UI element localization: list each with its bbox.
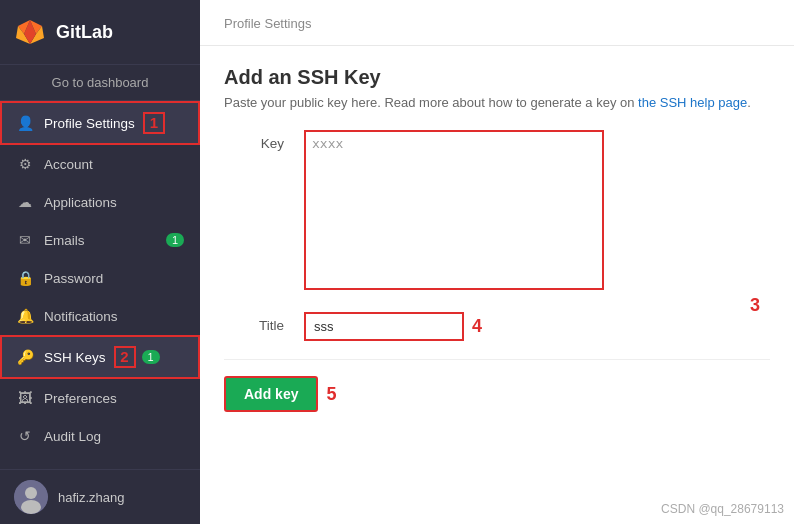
help-text-pre: Paste your public key here. Read more ab…	[224, 95, 638, 110]
title-input[interactable]	[304, 312, 464, 341]
sidebar-item-password[interactable]: 🔒 Password	[0, 259, 200, 297]
key-form-group: Key xxxx 3	[224, 130, 770, 294]
footer-username: hafiz.zhang	[58, 490, 125, 505]
sidebar-item-preferences[interactable]: 🖼 Preferences	[0, 379, 200, 417]
sidebar-item-label: Account	[44, 157, 93, 172]
svg-point-8	[21, 500, 41, 514]
sidebar-item-applications[interactable]: ☁ Applications	[0, 183, 200, 221]
key-label: Key	[224, 130, 284, 151]
sidebar-footer[interactable]: hafiz.zhang	[0, 469, 200, 524]
preferences-icon: 🖼	[16, 390, 34, 406]
main-header: Profile Settings	[200, 0, 794, 46]
title-annotation: 4	[472, 316, 482, 337]
sidebar-item-label: Audit Log	[44, 429, 101, 444]
sidebar-item-ssh-keys[interactable]: 🔑 SSH Keys 2 1	[0, 335, 200, 379]
emails-badge: 1	[166, 233, 184, 247]
main-content: Profile Settings Add an SSH Key Paste yo…	[200, 0, 794, 524]
applications-icon: ☁	[16, 194, 34, 210]
ssh-icon: 🔑	[16, 349, 34, 365]
main-body: Add an SSH Key Paste your public key her…	[200, 46, 794, 432]
section-title: Add an SSH Key	[224, 66, 770, 89]
help-text-post: .	[747, 95, 751, 110]
audit-icon: ↺	[16, 428, 34, 444]
notifications-icon: 🔔	[16, 308, 34, 324]
svg-point-7	[25, 487, 37, 499]
title-label: Title	[224, 312, 284, 333]
key-annotation: 3	[750, 295, 760, 316]
sidebar-item-label: Password	[44, 271, 103, 286]
ssh-badge: 1	[142, 350, 160, 364]
add-key-button[interactable]: Add key	[224, 376, 318, 412]
key-control-wrap: xxxx 3	[304, 130, 770, 294]
ssh-help-link[interactable]: the SSH help page	[638, 95, 747, 110]
breadcrumb: Profile Settings	[224, 16, 770, 31]
sidebar-logo[interactable]: GitLab	[0, 0, 200, 65]
annotation-1: 1	[143, 112, 165, 134]
add-key-section: Add key 5	[224, 359, 770, 412]
sidebar-item-label: Preferences	[44, 391, 117, 406]
annotation-2: 2	[114, 346, 136, 368]
sidebar-item-emails[interactable]: ✉ Emails 1	[0, 221, 200, 259]
emails-icon: ✉	[16, 232, 34, 248]
password-icon: 🔒	[16, 270, 34, 286]
sidebar: GitLab Go to dashboard 👤 Profile Setting…	[0, 0, 200, 524]
sidebar-item-label: Profile Settings	[44, 116, 135, 131]
sidebar-item-profile-settings[interactable]: 👤 Profile Settings 1	[0, 101, 200, 145]
gitlab-logo-icon	[14, 16, 46, 48]
watermark: CSDN @qq_28679113	[661, 502, 784, 516]
sidebar-item-label: Emails	[44, 233, 85, 248]
sidebar-item-label: Notifications	[44, 309, 118, 324]
sidebar-logo-text: GitLab	[56, 22, 113, 43]
add-key-annotation: 5	[326, 384, 336, 405]
sidebar-dashboard-link[interactable]: Go to dashboard	[0, 65, 200, 101]
sidebar-item-notifications[interactable]: 🔔 Notifications	[0, 297, 200, 335]
help-text: Paste your public key here. Read more ab…	[224, 95, 770, 110]
sidebar-menu: 👤 Profile Settings 1 ⚙ Account ☁ Applica…	[0, 101, 200, 469]
avatar	[14, 480, 48, 514]
title-control-wrap: 4	[304, 312, 770, 341]
sidebar-item-audit-log[interactable]: ↺ Audit Log	[0, 417, 200, 455]
sidebar-item-label: Applications	[44, 195, 117, 210]
sidebar-item-account[interactable]: ⚙ Account	[0, 145, 200, 183]
avatar-image	[14, 480, 48, 514]
title-form-group: Title 4	[224, 312, 770, 341]
key-textarea[interactable]	[304, 130, 604, 290]
sidebar-item-label: SSH Keys	[44, 350, 106, 365]
profile-icon: 👤	[16, 115, 34, 131]
account-icon: ⚙	[16, 156, 34, 172]
